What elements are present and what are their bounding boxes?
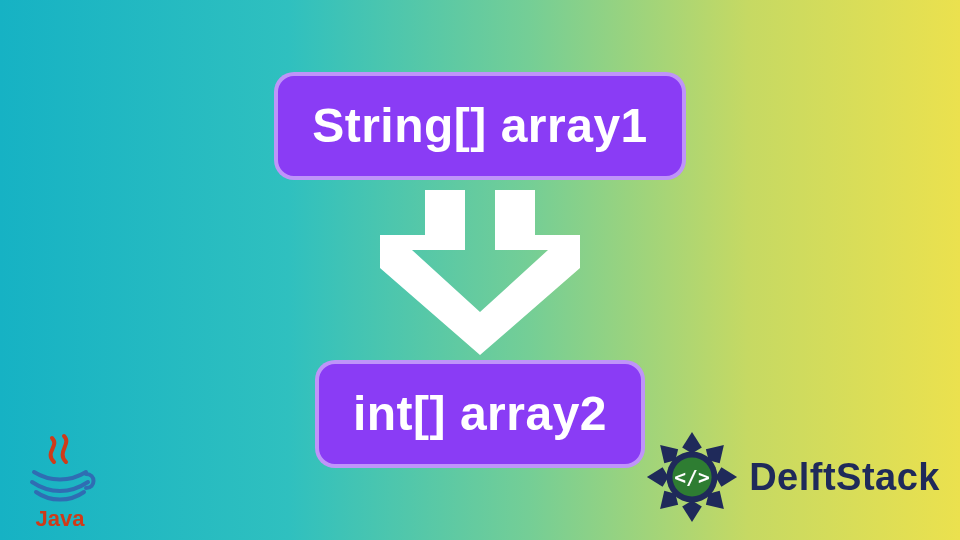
java-logo-text: Java [36,506,85,532]
conversion-arrow [370,180,590,360]
target-type-label: int[] array2 [315,360,645,468]
delftstack-emblem-icon: </> [643,428,741,526]
java-cup-icon [20,432,100,512]
source-type-label: String[] array1 [274,72,686,180]
delftstack-logo-text: DelftStack [749,456,940,499]
java-logo: Java [20,432,100,532]
svg-text:</>: </> [674,466,709,489]
delftstack-logo: </> DelftStack [643,428,940,526]
down-arrow-icon [370,180,590,360]
